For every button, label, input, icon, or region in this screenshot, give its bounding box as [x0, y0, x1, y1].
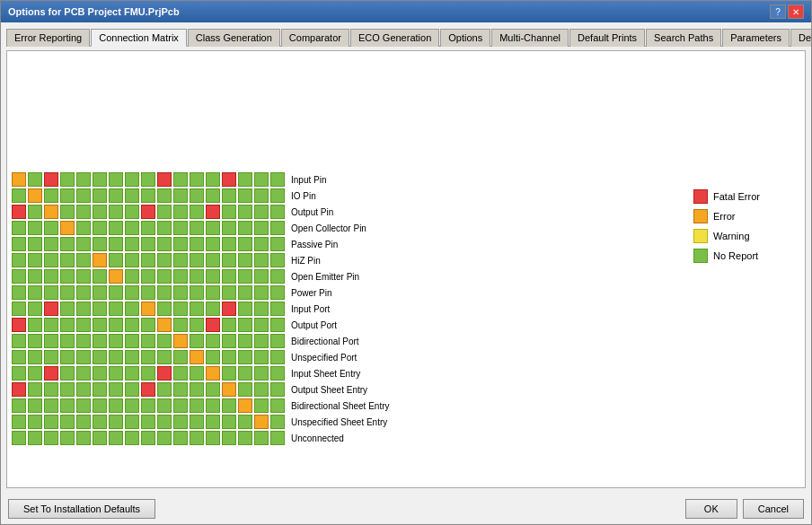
cell-2-15[interactable]	[254, 205, 269, 219]
cell-16-6[interactable]	[109, 431, 123, 445]
cell-8-7[interactable]	[125, 302, 139, 316]
cell-2-13[interactable]	[222, 205, 236, 219]
cell-13-1[interactable]	[28, 382, 42, 397]
cell-15-6[interactable]	[109, 415, 123, 429]
cell-13-9[interactable]	[157, 382, 172, 397]
cell-1-16[interactable]	[270, 188, 285, 203]
cell-13-16[interactable]	[270, 382, 285, 397]
cell-13-7[interactable]	[125, 382, 139, 397]
cell-8-11[interactable]	[190, 302, 204, 316]
cell-7-13[interactable]	[222, 285, 236, 300]
cell-11-10[interactable]	[173, 350, 188, 364]
cell-7-6[interactable]	[109, 285, 123, 300]
cell-7-1[interactable]	[28, 285, 42, 300]
cell-9-4[interactable]	[76, 318, 91, 332]
cell-3-10[interactable]	[173, 221, 188, 235]
cell-3-0[interactable]	[12, 221, 26, 235]
cell-5-1[interactable]	[28, 253, 42, 267]
cell-12-8[interactable]	[141, 366, 155, 381]
cell-15-9[interactable]	[157, 415, 172, 429]
cell-0-1[interactable]	[28, 172, 42, 187]
tab-error-reporting[interactable]: Error Reporting	[6, 29, 90, 47]
cell-6-16[interactable]	[270, 269, 285, 284]
cell-13-3[interactable]	[60, 382, 75, 397]
cell-8-15[interactable]	[254, 302, 269, 316]
cell-7-3[interactable]	[60, 285, 75, 300]
cell-1-2[interactable]	[44, 188, 58, 203]
cell-15-14[interactable]	[238, 415, 252, 429]
cell-0-4[interactable]	[76, 172, 91, 187]
cell-3-8[interactable]	[141, 221, 155, 235]
cell-9-2[interactable]	[44, 318, 58, 332]
cell-7-2[interactable]	[44, 285, 58, 300]
cell-8-1[interactable]	[28, 302, 42, 316]
cell-5-7[interactable]	[125, 253, 139, 267]
cell-3-5[interactable]	[93, 221, 107, 235]
cell-4-12[interactable]	[206, 237, 220, 251]
cell-16-14[interactable]	[238, 431, 252, 445]
cell-16-0[interactable]	[12, 431, 26, 445]
cell-7-16[interactable]	[270, 285, 285, 300]
cell-6-7[interactable]	[125, 269, 139, 284]
cell-11-2[interactable]	[44, 350, 58, 364]
close-button[interactable]: ✕	[788, 4, 804, 19]
cell-12-7[interactable]	[125, 366, 139, 381]
cell-15-5[interactable]	[93, 415, 107, 429]
cell-15-7[interactable]	[125, 415, 139, 429]
cell-3-14[interactable]	[238, 221, 252, 235]
cell-12-13[interactable]	[222, 366, 236, 381]
cell-14-1[interactable]	[28, 398, 42, 413]
cell-6-2[interactable]	[44, 269, 58, 284]
cell-15-0[interactable]	[12, 415, 26, 429]
cell-1-4[interactable]	[76, 188, 91, 203]
cell-2-16[interactable]	[270, 205, 285, 219]
cell-7-5[interactable]	[93, 285, 107, 300]
cell-10-15[interactable]	[254, 334, 269, 348]
cell-9-13[interactable]	[222, 318, 236, 332]
cell-9-10[interactable]	[173, 318, 188, 332]
cell-10-7[interactable]	[125, 334, 139, 348]
cell-8-13[interactable]	[222, 302, 236, 316]
cell-6-13[interactable]	[222, 269, 236, 284]
cell-16-5[interactable]	[93, 431, 107, 445]
cell-11-8[interactable]	[141, 350, 155, 364]
cell-1-11[interactable]	[190, 188, 204, 203]
cell-3-12[interactable]	[206, 221, 220, 235]
cell-11-6[interactable]	[109, 350, 123, 364]
cell-9-11[interactable]	[190, 318, 204, 332]
cell-0-0[interactable]	[12, 172, 26, 187]
cell-15-3[interactable]	[60, 415, 75, 429]
cell-13-5[interactable]	[93, 382, 107, 397]
cell-10-8[interactable]	[141, 334, 155, 348]
cell-9-3[interactable]	[60, 318, 75, 332]
cell-0-16[interactable]	[270, 172, 285, 187]
cell-15-16[interactable]	[270, 415, 285, 429]
cell-9-6[interactable]	[109, 318, 123, 332]
cell-3-7[interactable]	[125, 221, 139, 235]
cell-6-10[interactable]	[173, 269, 188, 284]
cell-3-15[interactable]	[254, 221, 269, 235]
cell-12-4[interactable]	[76, 366, 91, 381]
cell-6-8[interactable]	[141, 269, 155, 284]
cell-11-9[interactable]	[157, 350, 172, 364]
cell-1-7[interactable]	[125, 188, 139, 203]
cell-13-6[interactable]	[109, 382, 123, 397]
cell-10-13[interactable]	[222, 334, 236, 348]
cell-16-15[interactable]	[254, 431, 269, 445]
cell-0-15[interactable]	[254, 172, 269, 187]
cell-13-14[interactable]	[238, 382, 252, 397]
cell-11-15[interactable]	[254, 350, 269, 364]
cell-12-6[interactable]	[109, 366, 123, 381]
cell-16-11[interactable]	[190, 431, 204, 445]
cell-2-7[interactable]	[125, 205, 139, 219]
cell-4-14[interactable]	[238, 237, 252, 251]
cell-4-9[interactable]	[157, 237, 172, 251]
cell-10-6[interactable]	[109, 334, 123, 348]
cell-0-2[interactable]	[44, 172, 58, 187]
cell-0-9[interactable]	[157, 172, 172, 187]
cell-11-0[interactable]	[12, 350, 26, 364]
cell-0-14[interactable]	[238, 172, 252, 187]
cell-0-11[interactable]	[190, 172, 204, 187]
cell-4-16[interactable]	[270, 237, 285, 251]
cell-13-0[interactable]	[12, 382, 26, 397]
